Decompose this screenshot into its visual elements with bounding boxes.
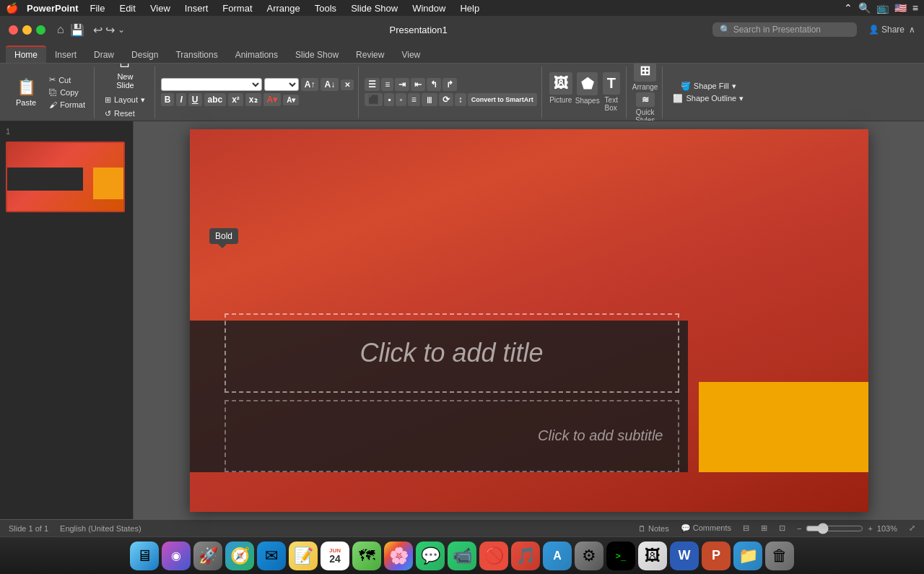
notes-button[interactable]: 🗒 Notes xyxy=(638,524,669,533)
menu-slideshow[interactable]: Slide Show xyxy=(345,2,404,14)
column-button[interactable]: ⫼ xyxy=(422,93,437,106)
convert-smartart-button[interactable]: Convert to SmartArt xyxy=(468,93,537,106)
font-family-select[interactable] xyxy=(161,78,262,91)
dock-calendar[interactable]: JUN 24 xyxy=(321,542,349,570)
slide-canvas[interactable]: Click to add title Click to add subtitle xyxy=(190,129,868,512)
cut-button[interactable]: ✂ Cut xyxy=(45,74,90,86)
dock-safari[interactable]: 🧭 xyxy=(225,542,254,570)
tab-view[interactable]: View xyxy=(393,47,429,63)
tab-transitions[interactable]: Transitions xyxy=(167,47,226,63)
normal-view-icon[interactable]: ⊟ xyxy=(743,523,749,533)
subtitle-placeholder[interactable]: Click to add subtitle xyxy=(225,400,679,472)
zoom-out-icon[interactable]: − xyxy=(797,524,801,533)
input-menu-icon[interactable]: 🇺🇸 xyxy=(894,2,907,14)
zoom-in-icon[interactable]: + xyxy=(868,524,872,533)
font-size-decrease-button[interactable]: A↓ xyxy=(321,78,339,91)
collapse-icon[interactable]: ∧ xyxy=(909,25,915,35)
text-align-vertical-button[interactable]: ↕ xyxy=(455,93,466,106)
reset-button[interactable]: ↺ Reset xyxy=(100,108,150,120)
bold-button[interactable]: B xyxy=(161,93,175,106)
dock-mail[interactable]: ✉ xyxy=(257,542,286,570)
shapes-button[interactable]: ⬟ xyxy=(577,72,598,95)
menu-help[interactable]: Help xyxy=(454,2,485,14)
dock-appstore[interactable]: A xyxy=(543,542,572,570)
quick-styles-button[interactable]: ≋ xyxy=(636,92,655,107)
text-box-button[interactable]: T xyxy=(603,72,620,95)
save-icon[interactable]: 💾 xyxy=(70,23,84,37)
menu-arrange[interactable]: Arrange xyxy=(261,2,306,14)
dock-system-prefs[interactable]: ⚙ xyxy=(575,542,603,570)
fit-window-icon[interactable]: ⤢ xyxy=(909,523,915,533)
arrange-button[interactable]: ⊞ xyxy=(634,64,656,82)
dock-word[interactable]: W xyxy=(670,542,699,570)
tab-home[interactable]: Home xyxy=(6,45,46,63)
presenter-view-icon[interactable]: ⊡ xyxy=(779,523,785,533)
justify-button[interactable]: ≡ xyxy=(408,93,420,106)
paste-button[interactable]: 📋 Paste xyxy=(10,75,42,110)
grid-view-icon[interactable]: ⊞ xyxy=(761,523,767,533)
new-slide-button[interactable]: 🗋 New Slide xyxy=(110,64,139,92)
slide-thumbnail[interactable] xyxy=(6,142,125,212)
numbering-button[interactable]: ≡ xyxy=(381,78,393,91)
title-placeholder[interactable]: Click to add title xyxy=(225,313,679,393)
align-left-button[interactable]: ⬛ xyxy=(365,93,383,106)
dock-music[interactable]: 🎵 xyxy=(511,542,540,570)
picture-button[interactable]: 🖼 xyxy=(549,72,572,95)
zoom-button[interactable] xyxy=(36,25,45,35)
tab-slideshow[interactable]: Slide Show xyxy=(287,47,347,63)
format-painter-button[interactable]: 🖌 Format xyxy=(45,99,90,110)
font-size-increase-button[interactable]: A↑ xyxy=(301,78,319,91)
comments-button[interactable]: 💬 Comments xyxy=(681,523,731,533)
tab-draw[interactable]: Draw xyxy=(85,47,123,63)
dock-maps[interactable]: 🗺 xyxy=(352,542,381,570)
dock-stickies[interactable]: 📝 xyxy=(289,542,318,570)
menu-format[interactable]: Format xyxy=(217,2,258,14)
redo-button[interactable]: ↪ xyxy=(105,23,115,37)
dock-finder[interactable]: 🖥 xyxy=(130,542,159,570)
increase-indent-button[interactable]: ⇥ xyxy=(395,78,409,91)
tab-design[interactable]: Design xyxy=(123,47,167,63)
font-color-button[interactable]: A▾ xyxy=(263,93,282,106)
apple-menu-icon[interactable]: 🍎 xyxy=(6,2,18,14)
menu-tools[interactable]: Tools xyxy=(309,2,342,14)
menu-window[interactable]: Window xyxy=(406,2,451,14)
zoom-slider[interactable] xyxy=(806,523,863,534)
rtl-button[interactable]: ↰ xyxy=(427,78,441,91)
dock-files[interactable]: 📁 xyxy=(733,542,762,570)
align-center-button[interactable]: ▪ xyxy=(384,93,394,106)
copy-button[interactable]: ⿻ Copy xyxy=(45,87,90,98)
search-bar[interactable]: 🔍 Search in Presentation xyxy=(712,22,857,37)
share-icon[interactable]: 👤 Share xyxy=(868,25,905,35)
align-right-button[interactable]: ▫ xyxy=(396,93,406,106)
tab-animations[interactable]: Animations xyxy=(227,47,287,63)
ltr-button[interactable]: ↱ xyxy=(443,78,457,91)
text-highlight-button[interactable]: A▾ xyxy=(283,95,299,105)
spotlight-icon[interactable]: 🔍 xyxy=(858,2,871,14)
dock-siri[interactable]: ◉ xyxy=(162,542,191,570)
airplay-icon[interactable]: 📺 xyxy=(876,2,889,14)
tab-insert[interactable]: Insert xyxy=(46,47,85,63)
undo-button[interactable]: ↩ xyxy=(93,23,103,37)
menu-file[interactable]: File xyxy=(84,2,111,14)
dock-news[interactable]: 🚫 xyxy=(479,542,508,570)
italic-button[interactable]: I xyxy=(176,93,186,106)
menu-insert[interactable]: Insert xyxy=(179,2,214,14)
control-center-icon[interactable]: ⌃ xyxy=(844,2,853,14)
bullets-button[interactable]: ☰ xyxy=(365,78,380,91)
layout-button[interactable]: ⊞ Layout ▾ xyxy=(100,94,150,106)
menu-edit[interactable]: Edit xyxy=(113,2,141,14)
dock-photos[interactable]: 🌸 xyxy=(384,542,413,570)
close-button[interactable] xyxy=(9,25,18,35)
dock-preview[interactable]: 🖼 xyxy=(638,542,667,570)
dock-messages[interactable]: 💬 xyxy=(416,542,445,570)
decrease-indent-button[interactable]: ⇤ xyxy=(411,78,425,91)
wifi-icon[interactable]: ≡ xyxy=(912,2,918,14)
dock-facetime[interactable]: 📹 xyxy=(448,542,476,570)
menu-view[interactable]: View xyxy=(144,2,176,14)
subscript-button[interactable]: x₂ xyxy=(245,93,261,106)
font-size-select[interactable] xyxy=(264,78,299,91)
customize-button[interactable]: ⌄ xyxy=(118,25,125,35)
home-icon[interactable]: ⌂ xyxy=(57,23,64,36)
shape-outline-button[interactable]: ⬜ Shape Outline ▾ xyxy=(668,92,748,105)
shape-fill-button[interactable]: 🪣 Shape Fill ▾ xyxy=(676,80,741,92)
